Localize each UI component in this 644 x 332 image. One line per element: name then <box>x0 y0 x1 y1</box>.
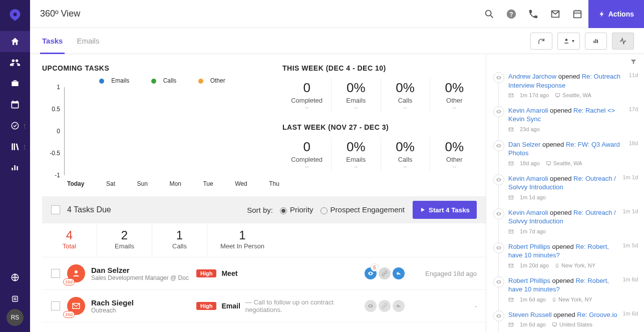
feed-who[interactable]: Kevin Amaroli <box>508 175 548 182</box>
nav-library[interactable]: ⋮ <box>0 136 30 157</box>
phone-icon[interactable] <box>522 0 544 28</box>
task-row[interactable]: 16dDan SelzerSales Development Manager @… <box>42 257 486 290</box>
actions-label: Actions <box>608 10 634 18</box>
eye-icon <box>493 208 504 219</box>
feed-item[interactable]: Kevin Amaroli opened Re: Outreach / Solv… <box>491 174 638 208</box>
svg-rect-2 <box>13 296 18 302</box>
svg-point-3 <box>485 10 491 16</box>
task-checkbox[interactable] <box>51 269 60 278</box>
feed-subject[interactable]: Re: Groove.io <box>577 311 617 318</box>
mail-small-icon <box>508 263 514 268</box>
user-dropdown-button[interactable]: ▾ <box>557 33 580 50</box>
nav-outbox[interactable] <box>0 288 30 309</box>
user-avatar[interactable]: RS <box>7 309 24 326</box>
feed-body: Robert Phillips opened Re: Robert, have … <box>508 242 619 269</box>
activity-panel: Andrew Jarchow opened Re: Outreach Inter… <box>486 54 644 332</box>
task-icons <box>365 300 405 312</box>
radio-priority[interactable] <box>280 207 287 214</box>
count-cell[interactable]: 2Emails <box>97 223 152 257</box>
feed-body: Robert Phillips opened Re: Robert, have … <box>508 276 619 303</box>
feed-age: 1m 6d <box>622 310 638 328</box>
feed-body: Steven Russell opened Re: Groove.io1m 6d… <box>508 310 619 328</box>
feed-item[interactable]: Steven Russell opened Re: Groove.io1m 6d… <box>491 310 638 332</box>
search-icon[interactable] <box>478 0 500 28</box>
feed-who[interactable]: Kevin Amaroli <box>508 107 548 114</box>
stat-cell: 0%Calls-- <box>381 78 430 112</box>
activity-button[interactable] <box>612 33 634 50</box>
sort-priority[interactable]: Priority <box>280 205 313 214</box>
count-cell[interactable]: 1Meet In Person <box>207 223 277 257</box>
upcoming-heading: UPCOMING TASKS <box>42 64 282 72</box>
sort-engagement[interactable]: Prospect Engagement <box>320 205 405 214</box>
feed-item[interactable]: Dan Selzer opened Re: FW: Q3 Award Photo… <box>491 140 638 174</box>
feed-who[interactable]: Steven Russell <box>508 311 552 318</box>
link-icon[interactable] <box>379 300 391 312</box>
count-cell[interactable]: 1Calls <box>152 223 207 257</box>
legend-dot-emails <box>99 79 104 84</box>
last-week-heading: LAST WEEK (NOV 27 - DEC 3) <box>282 123 479 131</box>
top-bar: 360º View ? Actions <box>30 0 644 28</box>
mail-small-icon <box>508 322 514 327</box>
feed-item[interactable]: Robert Phillips opened Re: Robert, have … <box>491 276 638 310</box>
actions-button[interactable]: Actions <box>588 0 644 28</box>
feed-who[interactable]: Andrew Jarchow <box>508 73 556 80</box>
mail-small-icon <box>508 297 514 302</box>
stat-cell: 0%Calls-- <box>381 137 430 171</box>
nav-briefcase[interactable] <box>0 73 30 94</box>
feed-item[interactable]: Kevin Amaroli opened Re: Rachel <> Kevin… <box>491 106 638 140</box>
nav-people[interactable] <box>0 52 30 73</box>
select-all-checkbox[interactable] <box>51 205 60 214</box>
filter-icon[interactable] <box>630 58 637 65</box>
feed-who[interactable]: Dan Selzer <box>508 141 540 148</box>
eye-icon <box>493 72 504 83</box>
stat-cell: 0%Other-- <box>430 137 479 171</box>
stat-cell: 0%Emails-- <box>332 137 381 171</box>
count-cell[interactable]: 4Total <box>42 223 97 257</box>
chart-button[interactable] <box>585 33 607 50</box>
radio-engagement[interactable] <box>320 207 328 214</box>
svg-rect-6 <box>573 11 581 18</box>
tab-emails[interactable]: Emails <box>75 28 101 54</box>
task-name: Dan Selzer <box>91 266 196 274</box>
sort-by-label: Sort by: <box>247 206 273 214</box>
this-week-heading: THIS WEEK (DEC 4 - DEC 10) <box>282 64 479 72</box>
tab-tasks[interactable]: Tasks <box>40 28 65 54</box>
mail-icon[interactable] <box>544 0 566 28</box>
reply-icon[interactable] <box>393 300 405 312</box>
feed-age: 1m 1d <box>622 208 638 235</box>
refresh-button[interactable] <box>530 33 552 50</box>
feed-item[interactable]: Kevin Amaroli opened Re: Outreach / Solv… <box>491 208 638 242</box>
task-row[interactable]: 16dRach SiegelOutreachHigh Email — Call … <box>42 290 486 322</box>
svg-rect-23 <box>552 323 556 326</box>
brand-logo[interactable] <box>6 6 24 24</box>
feed-who[interactable]: Kevin Amaroli <box>508 209 548 216</box>
nav-calendar[interactable] <box>0 94 30 115</box>
nav-analytics[interactable] <box>0 157 30 178</box>
start-tasks-button[interactable]: Start 4 Tasks <box>413 201 477 219</box>
eye-icon <box>493 310 504 321</box>
nav-globe[interactable] <box>0 267 30 288</box>
calendar-top-icon[interactable] <box>566 0 588 28</box>
task-checkbox[interactable] <box>51 301 60 310</box>
feed-who[interactable]: Robert Phillips <box>508 277 550 284</box>
feed-item[interactable]: Robert Phillips opened Re: Robert, have … <box>491 242 638 276</box>
stat-cell: 0Completed-- <box>282 78 332 112</box>
upcoming-chart: 10.50-0.5-1TodaySatSunMonTueWedThu <box>42 87 282 187</box>
task-role: Outreach <box>91 307 196 314</box>
reply-icon[interactable] <box>393 267 405 279</box>
eye-icon[interactable] <box>365 300 377 312</box>
feed-who[interactable]: Robert Phillips <box>508 243 550 250</box>
link-icon[interactable] <box>379 267 391 279</box>
task-list: 16dDan SelzerSales Development Manager @… <box>42 257 486 322</box>
help-icon[interactable]: ? <box>500 0 522 28</box>
nav-home[interactable] <box>0 31 30 52</box>
stat-cell: 0%Other-- <box>430 78 479 112</box>
priority-badge: High <box>196 302 216 310</box>
left-nav: ⋮ ⋮ RS <box>0 0 30 332</box>
page-title: 360º View <box>40 9 80 19</box>
svg-point-18 <box>557 266 557 267</box>
eye-icon <box>493 174 504 185</box>
nav-tasks[interactable]: ⋮ <box>0 115 30 136</box>
feed-item[interactable]: Andrew Jarchow opened Re: Outreach Inter… <box>491 72 638 106</box>
task-counts: 4Total2Emails1Calls1Meet In Person <box>42 223 486 257</box>
